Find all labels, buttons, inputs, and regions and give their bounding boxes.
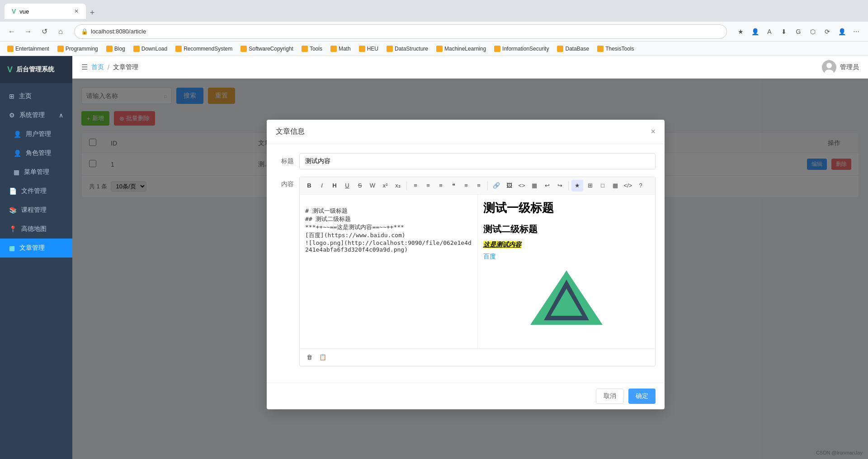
folder-icon bbox=[175, 46, 182, 52]
sidebar-item-articles[interactable]: ▦ 文章管理 bbox=[0, 239, 72, 258]
ordered-list-button[interactable]: ≡ bbox=[460, 180, 472, 192]
page-header: ☰ 首页 / 文章管理 管理员 bbox=[72, 56, 868, 79]
title-input[interactable] bbox=[299, 153, 656, 169]
sidebar-item-roles[interactable]: 👤 角色管理 bbox=[0, 144, 72, 163]
italic-button[interactable]: I bbox=[316, 180, 328, 192]
align-left-button[interactable]: ≡ bbox=[410, 180, 421, 192]
sidebar-item-system[interactable]: ⚙ 系统管理 ∧ bbox=[0, 106, 72, 125]
content-label: 内容 bbox=[276, 177, 294, 188]
bookmark-tools[interactable]: Tools bbox=[298, 45, 326, 53]
extensions-icon[interactable]: ★ bbox=[734, 25, 747, 38]
bookmark-programming[interactable]: Programming bbox=[54, 45, 102, 53]
folder-icon bbox=[387, 46, 393, 52]
redo-button[interactable]: ↪ bbox=[554, 180, 566, 192]
sidebar-item-courses[interactable]: 📚 课程管理 bbox=[0, 201, 72, 220]
mark-button[interactable]: W bbox=[367, 180, 378, 192]
forward-button[interactable]: → bbox=[22, 25, 34, 38]
sidebar: V 后台管理系统 ⊞ 主页 ⚙ 系统管理 ∧ 👤 用户管理 👤 角色管理 bbox=[0, 56, 72, 459]
editor-delete-button[interactable]: 🗑 bbox=[303, 351, 315, 363]
preview-toggle-button[interactable]: ★ bbox=[571, 180, 583, 192]
align-right-button[interactable]: ≡ bbox=[435, 180, 447, 192]
cancel-button[interactable]: 取消 bbox=[596, 389, 624, 404]
folder-icon bbox=[133, 46, 140, 52]
editor-source-pane[interactable]: # 测试一级标题 ## 测试二级标题 ***++~~==这是测试内容==~~++… bbox=[300, 195, 478, 348]
align-center-button[interactable]: ≡ bbox=[422, 180, 434, 192]
menu-icon[interactable]: ⋯ bbox=[850, 25, 863, 38]
bookmark-recommend[interactable]: RecommendSystem bbox=[172, 45, 236, 53]
header-right: 管理员 bbox=[822, 60, 859, 75]
bold-button[interactable]: B bbox=[303, 180, 315, 192]
underline-button[interactable]: U bbox=[341, 180, 353, 192]
svg-point-1 bbox=[826, 63, 832, 68]
image-button[interactable]: 🖼 bbox=[503, 180, 515, 192]
logo-v-icon: V bbox=[7, 65, 13, 75]
account-icon[interactable]: 👤 bbox=[835, 25, 848, 38]
bookmark-entertainment[interactable]: Entertainment bbox=[4, 45, 53, 53]
bookmark-datastructure[interactable]: DataStructure bbox=[383, 45, 432, 53]
browser-tab-active[interactable]: V vue ✕ bbox=[5, 4, 86, 19]
refresh-button[interactable]: ↺ bbox=[38, 25, 51, 38]
back-button[interactable]: ← bbox=[5, 25, 18, 38]
blockquote-button[interactable]: ❝ bbox=[448, 180, 459, 192]
preview-link[interactable]: 百度 bbox=[483, 253, 496, 260]
sidebar-item-files[interactable]: 📄 文件管理 bbox=[0, 182, 72, 201]
breadcrumb-home[interactable]: 首页 bbox=[91, 63, 104, 71]
fullscreen-button[interactable]: ⊞ bbox=[584, 180, 596, 192]
sync-icon[interactable]: ⟳ bbox=[821, 25, 834, 38]
grammarly-icon[interactable]: G bbox=[792, 25, 805, 38]
confirm-button[interactable]: 确定 bbox=[628, 389, 656, 404]
downloads-icon[interactable]: ⬇ bbox=[778, 25, 790, 38]
side-by-side-button[interactable]: □ bbox=[597, 180, 609, 192]
bookmark-math[interactable]: Math bbox=[327, 45, 354, 53]
tab-close-button[interactable]: ✕ bbox=[74, 8, 79, 14]
address-bar[interactable]: 🔒 localhost:8080/article bbox=[74, 24, 727, 39]
preview-highlighted-text: 这是测试内容 bbox=[483, 241, 650, 249]
undo-button[interactable]: ↩ bbox=[541, 180, 553, 192]
title-form-row: 标题 bbox=[276, 153, 656, 169]
split-view-button[interactable]: ▦ bbox=[609, 180, 621, 192]
heading-button[interactable]: H bbox=[329, 180, 340, 192]
bookmark-thesis[interactable]: ThesisTools bbox=[594, 45, 637, 53]
sidebar-item-label: 课程管理 bbox=[21, 206, 47, 214]
link-button[interactable]: 🔗 bbox=[491, 180, 502, 192]
user-name: 管理员 bbox=[840, 63, 859, 71]
table-button[interactable]: ▦ bbox=[528, 180, 540, 192]
sidebar-item-menu[interactable]: ▦ 菜单管理 bbox=[0, 163, 72, 182]
help-button[interactable]: ? bbox=[635, 180, 646, 192]
sidebar-item-home[interactable]: ⊞ 主页 bbox=[0, 87, 72, 106]
unordered-list-button[interactable]: ≡ bbox=[473, 180, 485, 192]
home-button[interactable]: ⌂ bbox=[54, 25, 67, 38]
extension2-icon[interactable]: ⬡ bbox=[807, 25, 819, 38]
translate-icon[interactable]: A bbox=[763, 25, 776, 38]
bookmark-copyright[interactable]: SoftwareCopyright bbox=[237, 45, 297, 53]
html-button[interactable]: </> bbox=[622, 180, 634, 192]
bookmark-label: MachineLearning bbox=[444, 46, 486, 52]
superscript-button[interactable]: x² bbox=[379, 180, 391, 192]
bookmark-database[interactable]: DataBase bbox=[553, 45, 593, 53]
bookmark-label: Entertainment bbox=[15, 46, 49, 52]
bookmark-heu[interactable]: HEU bbox=[355, 45, 382, 53]
strikethrough-button[interactable]: S bbox=[354, 180, 366, 192]
vue-logo-svg bbox=[530, 266, 603, 329]
profile-icon[interactable]: 👤 bbox=[749, 25, 761, 38]
bookmark-label: Blog bbox=[114, 46, 125, 52]
tab-vue-icon: V bbox=[12, 8, 16, 15]
system-icon: ⚙ bbox=[9, 112, 15, 119]
app-container: V 后台管理系统 ⊞ 主页 ⚙ 系统管理 ∧ 👤 用户管理 👤 角色管理 bbox=[0, 56, 868, 459]
new-tab-button[interactable]: + bbox=[86, 6, 99, 19]
bookmark-ml[interactable]: MachineLearning bbox=[433, 45, 490, 53]
bookmark-download[interactable]: DownLoad bbox=[130, 45, 171, 53]
sidebar-item-users[interactable]: 👤 用户管理 bbox=[0, 125, 72, 144]
editor-copy-button[interactable]: 📋 bbox=[317, 351, 329, 363]
content-form-row: 内容 B I H U S W x² bbox=[276, 177, 656, 366]
modal-close-button[interactable]: × bbox=[651, 127, 656, 136]
sidebar-item-map[interactable]: 📍 高德地图 bbox=[0, 220, 72, 239]
subscript-button[interactable]: x₂ bbox=[392, 180, 404, 192]
hamburger-icon[interactable]: ☰ bbox=[81, 63, 88, 71]
folder-icon bbox=[436, 46, 443, 52]
folder-icon bbox=[302, 46, 308, 52]
modal-overlay[interactable]: 文章信息 × 标题 内容 bbox=[72, 79, 868, 459]
bookmark-blog[interactable]: Blog bbox=[103, 45, 129, 53]
bookmark-security[interactable]: InformationSecurity bbox=[491, 45, 552, 53]
code-button[interactable]: <> bbox=[516, 180, 528, 192]
